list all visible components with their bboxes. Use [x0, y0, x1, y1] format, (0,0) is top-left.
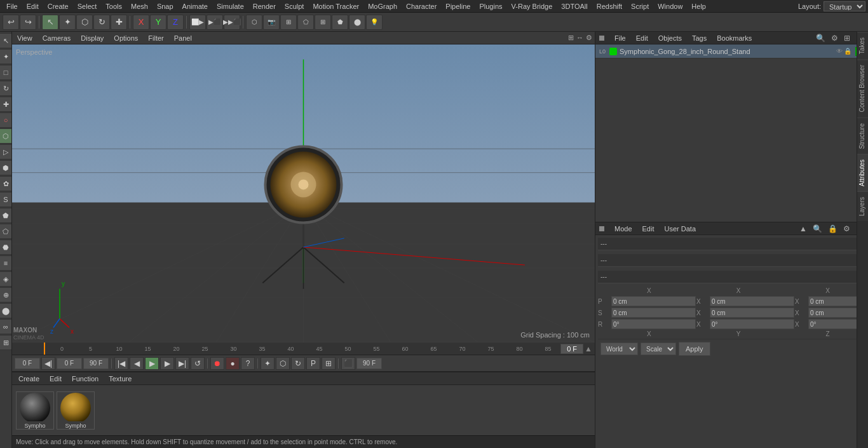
rotate-tool-button[interactable]: ↻ [93, 15, 110, 30]
redo-button[interactable]: ↪ [20, 15, 36, 30]
start-frame-input[interactable] [15, 358, 40, 369]
auto-key-button[interactable]: ● [226, 357, 240, 370]
tab-attributes[interactable]: Attributes [857, 154, 868, 191]
mat-menu-function[interactable]: Function [69, 374, 101, 384]
select-tool-button[interactable]: ↖ [42, 15, 58, 30]
left-tool-16[interactable]: ◈ [0, 271, 12, 287]
preview-start-input[interactable] [57, 358, 82, 369]
obj-eye-icon[interactable]: 👁 [836, 48, 843, 55]
menu-animate[interactable]: Animate [179, 1, 212, 11]
viewport-menu-panel[interactable]: Panel [172, 33, 194, 43]
objects-menu-objects[interactable]: Objects [656, 33, 684, 43]
objects-settings-icon[interactable]: ⚙ [829, 33, 840, 43]
menu-snap[interactable]: Snap [153, 1, 177, 11]
material-item-1[interactable]: Sympho [57, 391, 95, 430]
go-end-button[interactable]: ▶| [175, 357, 189, 370]
left-tool-18[interactable]: ⬤ [0, 303, 12, 318]
play-button[interactable]: ▶ [145, 357, 159, 370]
attr-lock-icon[interactable]: 🔒 [826, 224, 839, 234]
left-tool-15[interactable]: ≡ [0, 255, 12, 271]
menu-simulate[interactable]: Simulate [213, 1, 248, 11]
menu-select[interactable]: Select [74, 1, 101, 11]
render-button[interactable]: ▶▶⬛ [224, 15, 240, 30]
left-tool-9[interactable]: ⬢ [0, 160, 12, 175]
mat-menu-create[interactable]: Create [16, 374, 42, 384]
menu-3dtoall[interactable]: 3DTOAll [557, 1, 591, 11]
objects-menu-edit[interactable]: Edit [634, 33, 651, 43]
mat-menu-edit[interactable]: Edit [47, 374, 64, 384]
viewport-menu-display[interactable]: Display [78, 33, 106, 43]
objects-menu-bookmarks[interactable]: Bookmarks [714, 33, 754, 43]
viewport-menu-view[interactable]: View [15, 33, 35, 43]
grid-button[interactable]: ⊞ [315, 15, 331, 30]
left-tool-12[interactable]: ⬟ [0, 208, 12, 223]
objects-menu-file[interactable]: File [612, 33, 628, 43]
left-tool-1[interactable]: ↖ [0, 33, 12, 48]
coord-py-input[interactable] [710, 296, 794, 306]
viewport-menu-cameras[interactable]: Cameras [40, 33, 74, 43]
menu-sculpt[interactable]: Sculpt [281, 1, 308, 11]
viewport-maximize-icon[interactable]: ↔ [576, 34, 583, 42]
left-tool-7[interactable]: ⬡ [0, 128, 12, 144]
objects-menu-tags[interactable]: Tags [689, 33, 709, 43]
menu-redshift[interactable]: Redshift [593, 1, 626, 11]
scale-tool-button[interactable]: ⬡ [76, 15, 93, 30]
menu-edit[interactable]: Edit [23, 1, 43, 11]
y-axis-button[interactable]: Y [150, 15, 166, 30]
menu-character[interactable]: Character [402, 1, 440, 11]
end-frame-input[interactable] [356, 358, 382, 369]
lights-button[interactable]: ⊞ [280, 15, 297, 30]
left-tool-3[interactable]: □ [0, 65, 12, 80]
undo-button[interactable]: ↩ [3, 15, 19, 30]
move-tool-button[interactable]: ✦ [59, 15, 76, 30]
layout-dropdown[interactable]: Startup [824, 1, 865, 11]
left-tool-4[interactable]: ↻ [0, 81, 12, 96]
coord-rx-input[interactable] [611, 319, 696, 329]
z-axis-button[interactable]: Z [167, 15, 184, 30]
apply-button[interactable]: Apply [679, 342, 710, 356]
go-start-button[interactable]: |◀ [114, 357, 128, 370]
object-row-0[interactable]: L0 Symphonic_Gong_28_inch_Round_Stand 👁 … [595, 44, 868, 58]
menu-pipeline[interactable]: Pipeline [442, 1, 474, 11]
viewport[interactable]: x z y Perspective Grid Spacing : 100 cm … [12, 44, 595, 343]
perspective-view-button[interactable]: ⬡ [246, 15, 262, 30]
move-key-button[interactable]: ✦ [261, 357, 275, 370]
menu-render[interactable]: Render [249, 1, 280, 11]
viewport-settings-icon[interactable]: ⚙ [586, 34, 592, 42]
objects-expand-icon[interactable]: ⊞ [842, 33, 852, 43]
mat-menu-texture[interactable]: Texture [106, 374, 134, 384]
menu-file[interactable]: File [3, 1, 22, 11]
coord-sy-input[interactable] [710, 308, 794, 318]
menu-motion-tracker[interactable]: Motion Tracker [309, 1, 363, 11]
scale-key-button[interactable]: ⬡ [276, 357, 290, 370]
left-tool-11[interactable]: S [0, 192, 12, 207]
universal-transform-button[interactable]: ✚ [111, 15, 127, 30]
left-tool-13[interactable]: ⬠ [0, 224, 12, 239]
obj-lock-icon[interactable]: 🔒 [844, 48, 851, 55]
attr-menu-userdata[interactable]: User Data [662, 224, 699, 234]
render-picture-button[interactable]: ▶⬛ [207, 15, 223, 30]
menu-mograph[interactable]: MoGraph [364, 1, 401, 11]
camera-button[interactable]: 📷 [263, 15, 280, 30]
frame-arrow-up[interactable]: ▲ [585, 344, 592, 353]
world-dropdown[interactable]: World Object World [600, 343, 638, 355]
menu-script[interactable]: Script [627, 1, 653, 11]
menu-plugins[interactable]: Plugins [475, 1, 506, 11]
coord-ry-input[interactable] [710, 319, 794, 329]
objects-search-icon[interactable]: 🔍 [814, 33, 827, 43]
tl-prev-key[interactable]: ◀| [41, 357, 55, 370]
render-region-button[interactable]: ⬜▶ [189, 15, 206, 30]
objects-button[interactable]: ⬠ [297, 15, 314, 30]
record-button[interactable]: ⏺ [210, 357, 224, 370]
sky-button[interactable]: ⬤ [349, 15, 365, 30]
left-tool-5[interactable]: ✚ [0, 97, 12, 112]
attr-up-icon[interactable]: ▲ [797, 224, 809, 234]
attr-search-icon[interactable]: 🔍 [811, 224, 824, 234]
prev-frame-button[interactable]: ◀ [130, 357, 144, 370]
coord-px-input[interactable] [611, 296, 696, 306]
current-frame-input[interactable] [560, 344, 583, 354]
x-axis-button[interactable]: X [133, 15, 149, 30]
left-tool-20[interactable]: ⊞ [0, 335, 12, 350]
light2-button[interactable]: 💡 [366, 15, 383, 30]
left-tool-8[interactable]: ▷ [0, 144, 12, 160]
